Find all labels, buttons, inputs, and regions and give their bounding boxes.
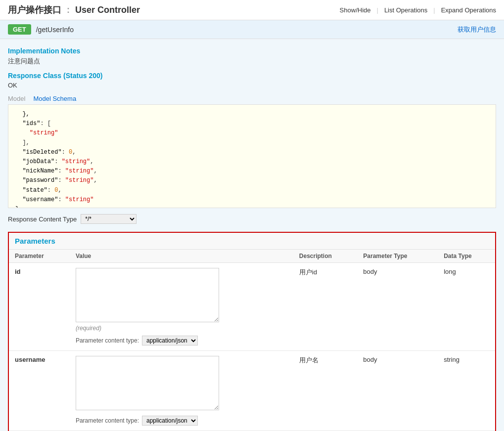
response-class-status: OK xyxy=(8,82,496,89)
model-tab-schema[interactable]: Model Schema xyxy=(33,95,76,102)
title-english: User Controller xyxy=(75,5,140,15)
param-name-username: username xyxy=(9,351,70,431)
col-parameter: Parameter xyxy=(9,250,70,263)
params-table: Parameter Value Description Parameter Ty… xyxy=(9,250,495,431)
header-bar: 用户操作接口 : User Controller Show/Hide | Lis… xyxy=(0,0,504,20)
param-data-type-id: long xyxy=(438,263,495,351)
content-type-select-id[interactable]: application/json xyxy=(142,336,198,345)
content-type-label-username: Parameter content type: xyxy=(76,417,139,424)
response-class-title: Response Class (Status 200) xyxy=(8,72,496,80)
title-chinese: 用户操作接口 xyxy=(8,5,61,15)
col-data-type: Data Type xyxy=(438,250,495,263)
response-content-type-row: Response Content Type */* application/js… xyxy=(8,214,496,224)
parameters-header: Parameters xyxy=(9,233,495,250)
header-title: 用户操作接口 : User Controller xyxy=(8,4,140,16)
param-textarea-id[interactable] xyxy=(76,268,219,322)
method-badge: GET xyxy=(8,24,31,35)
response-class: Response Class (Status 200) OK xyxy=(8,72,496,89)
list-operations-link[interactable]: List Operations xyxy=(384,6,427,14)
header-nav: Show/Hide | List Operations | Expand Ope… xyxy=(340,6,496,14)
endpoint-note: 获取用户信息 xyxy=(458,25,496,34)
title-separator: : xyxy=(67,5,70,15)
expand-operations-link[interactable]: Expand Operations xyxy=(441,6,496,14)
show-hide-link[interactable]: Show/Hide xyxy=(340,6,371,14)
parameters-title: Parameters xyxy=(15,237,55,245)
impl-notes-title: Implementation Notes xyxy=(8,47,496,55)
param-desc-id: 用户id xyxy=(293,263,358,351)
content-type-row-username: Parameter content type: application/json xyxy=(76,416,287,426)
params-table-header: Parameter Value Description Parameter Ty… xyxy=(9,250,495,263)
param-type-id: body xyxy=(357,263,438,351)
content-type-select-username[interactable]: application/json xyxy=(142,416,198,426)
param-value-username: Parameter content type: application/json xyxy=(70,351,293,431)
content-type-label-id: Parameter content type: xyxy=(76,337,139,344)
col-description: Description xyxy=(293,250,358,263)
col-param-type: Parameter Type xyxy=(357,250,438,263)
nav-divider-2: | xyxy=(433,6,435,14)
param-type-username: body xyxy=(357,351,438,431)
code-block: }, "ids": [ "string" ], "isDeleted": 0, … xyxy=(8,104,496,208)
param-data-type-username: string xyxy=(438,351,495,431)
param-name-id: id xyxy=(9,263,70,351)
nav-divider-1: | xyxy=(376,6,378,14)
response-type-select[interactable]: */* application/json application/xml xyxy=(81,214,137,224)
table-row: id (required) Parameter content type: ap… xyxy=(9,263,495,351)
param-textarea-username[interactable] xyxy=(76,356,219,410)
endpoint-path: /getUserInfo xyxy=(36,26,74,34)
table-row: username Parameter content type: applica… xyxy=(9,351,495,431)
main-container: GET /getUserInfo 获取用户信息 Implementation N… xyxy=(0,20,504,431)
required-label: (required) xyxy=(76,325,287,332)
model-tab-model[interactable]: Model xyxy=(8,95,25,102)
endpoint-bar: GET /getUserInfo 获取用户信息 xyxy=(0,20,504,39)
param-value-id: (required) Parameter content type: appli… xyxy=(70,263,293,351)
implementation-notes: Implementation Notes 注意问题点 xyxy=(8,47,496,66)
col-value: Value xyxy=(70,250,293,263)
content-type-row-id: Parameter content type: application/json xyxy=(76,336,287,345)
model-tabs: Model Model Schema xyxy=(8,95,496,102)
impl-notes-subtitle: 注意问题点 xyxy=(8,57,496,66)
parameters-section: Parameters Parameter Value Description P… xyxy=(8,232,496,431)
content-area: Implementation Notes 注意问题点 Response Clas… xyxy=(0,39,504,431)
response-type-label: Response Content Type xyxy=(8,216,77,223)
param-desc-username: 用户名 xyxy=(293,351,358,431)
